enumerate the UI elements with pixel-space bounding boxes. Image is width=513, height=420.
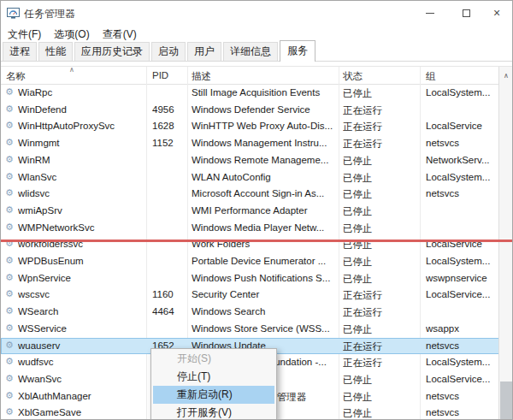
- service-pid: 1160: [152, 289, 185, 299]
- service-name: wscsvc: [18, 289, 144, 299]
- title-bar: 任务管理器 ×: [1, 1, 512, 27]
- tab-应用历史记录[interactable]: 应用历史记录: [74, 42, 150, 62]
- service-gear-icon: ⚙: [5, 204, 16, 216]
- task-manager-window: 任务管理器 × 文件(F)选项(O)查看(V) 进程性能应用历史记录启动用户详细…: [0, 0, 513, 420]
- service-name: WSearch: [18, 306, 144, 316]
- service-group: netsvcs: [426, 188, 498, 198]
- service-status: 已停止: [343, 87, 418, 100]
- service-status: 正在运行: [343, 121, 418, 133]
- close-icon: ×: [493, 7, 500, 19]
- context-menu-item: 开始(S): [153, 350, 274, 368]
- service-gear-icon: ⚙: [5, 373, 16, 384]
- column-header[interactable]: 状态: [343, 70, 363, 83]
- vertical-scrollbar[interactable]: ∧: [498, 67, 512, 419]
- task-manager-icon: [7, 7, 20, 20]
- column-header[interactable]: 描述: [192, 70, 211, 83]
- service-name: WSService: [18, 323, 144, 334]
- maximize-icon: [463, 9, 470, 17]
- column-header[interactable]: PID: [152, 70, 168, 80]
- service-gear-icon: ⚙: [5, 356, 16, 367]
- service-name: WMPNetworkSvc: [18, 222, 144, 233]
- service-description: Microsoft Account Sign-in As...: [192, 188, 337, 198]
- service-status: 已停止: [343, 222, 418, 235]
- service-gear-icon: ⚙: [5, 322, 16, 334]
- service-name: wlidsvc: [18, 188, 144, 198]
- service-status: 已停止: [343, 273, 418, 286]
- minimize-button[interactable]: [416, 1, 444, 25]
- service-name: WPDBusEnum: [18, 256, 144, 266]
- context-menu-item[interactable]: 打开服务(V): [153, 404, 274, 420]
- table-row[interactable]: ⚙WPDBusEnumPortable Device Enumerator ..…: [1, 253, 499, 270]
- service-gear-icon: ⚙: [5, 154, 16, 165]
- tab-启动[interactable]: 启动: [151, 42, 186, 62]
- context-menu-item[interactable]: 重新启动(R): [153, 386, 274, 404]
- service-status: 正在运行: [343, 357, 418, 370]
- scrollbar-thumb[interactable]: [500, 382, 512, 420]
- service-description: Windows Store Service (WSS...: [192, 323, 337, 334]
- service-group: netsvcs: [426, 138, 498, 148]
- red-annotation-line: [1, 240, 513, 242]
- service-gear-icon: ⚙: [5, 120, 16, 131]
- menu-bar: 文件(F)选项(O)查看(V): [1, 27, 512, 42]
- service-name: WpnService: [18, 273, 144, 283]
- service-group: LocalSystem...: [426, 256, 498, 266]
- service-name: Winmgmt: [18, 138, 144, 148]
- service-name: XblGameSave: [18, 407, 144, 417]
- table-row[interactable]: ⚙WiaRpcStill Image Acquisition Events已停止…: [1, 85, 499, 102]
- service-status: 已停止: [343, 407, 418, 420]
- table-row[interactable]: ⚙WSServiceWindows Store Service (WSS...已…: [1, 321, 499, 338]
- service-description: Windows Remote Manageme...: [192, 155, 337, 165]
- service-pid: 1628: [152, 121, 185, 131]
- tab-详细信息[interactable]: 详细信息: [223, 42, 278, 62]
- service-name: XblAuthManager: [18, 391, 144, 401]
- service-pid: 1152: [152, 138, 185, 148]
- table-row[interactable]: ⚙wmiApSrvWMI Performance Adapter已停止: [1, 203, 499, 220]
- service-description: Windows Management Instru...: [192, 138, 337, 148]
- column-header[interactable]: 组: [426, 70, 436, 83]
- table-row[interactable]: ⚙WinHttpAutoProxySvc1628WinHTTP Web Prox…: [1, 118, 499, 135]
- service-group: netsvcs: [426, 340, 498, 351]
- service-description: Security Center: [192, 289, 337, 299]
- tab-性能[interactable]: 性能: [38, 42, 73, 62]
- service-status: 已停止: [343, 188, 418, 201]
- context-menu-item[interactable]: 停止(T): [153, 368, 274, 386]
- table-row[interactable]: ⚙WinDefend4956Windows Defender Service正在…: [1, 102, 499, 119]
- table-row[interactable]: ⚙Winmgmt1152Windows Management Instru...…: [1, 135, 499, 152]
- service-group: LocalService...: [426, 289, 498, 299]
- scrollbar-up-icon[interactable]: ∧: [499, 68, 513, 82]
- service-pid: 4464: [152, 306, 185, 316]
- service-name: WiaRpc: [18, 87, 144, 98]
- service-group: LocalSystem...: [426, 87, 498, 98]
- tab-进程[interactable]: 进程: [3, 42, 37, 62]
- service-gear-icon: ⚙: [5, 171, 16, 182]
- table-row[interactable]: ⚙WMPNetworkSvcWindows Media Player Netw.…: [1, 220, 499, 237]
- service-gear-icon: ⚙: [5, 222, 16, 233]
- menu-item[interactable]: 查看(V): [97, 27, 143, 43]
- service-gear-icon: ⚙: [5, 288, 16, 299]
- close-button[interactable]: ×: [483, 1, 510, 25]
- table-row[interactable]: ⚙WpnServiceWindows Push Notifications S.…: [1, 270, 499, 287]
- service-description: Windows Media Player Netw...: [192, 222, 337, 233]
- service-description: WMI Performance Adapter: [192, 205, 337, 216]
- tab-用户[interactable]: 用户: [187, 42, 221, 62]
- table-row[interactable]: ⚙wscsvc1160Security Center正在运行LocalServi…: [1, 287, 499, 304]
- table-row[interactable]: ⚙WinRMWindows Remote Manageme...已停止Netwo…: [1, 152, 499, 169]
- service-status: 已停止: [343, 391, 418, 404]
- table-row[interactable]: ⚙WlanSvcWLAN AutoConfig已停止LocalSystem...: [1, 169, 499, 186]
- service-gear-icon: ⚙: [5, 272, 16, 283]
- maximize-button[interactable]: [452, 1, 480, 25]
- service-description: Windows Search: [192, 306, 337, 316]
- menu-item[interactable]: 文件(F): [2, 27, 47, 43]
- table-row[interactable]: ⚙WSearch4464Windows Search正在运行: [1, 304, 499, 321]
- service-group: LocalService...: [426, 374, 498, 384]
- service-group: netsvcs: [426, 407, 498, 417]
- tab-服务[interactable]: 服务: [280, 40, 315, 62]
- menu-item[interactable]: 选项(O): [48, 27, 95, 43]
- service-group: wsappx: [426, 323, 498, 334]
- service-pid: 4956: [152, 104, 185, 115]
- service-status: 正在运行: [343, 138, 418, 151]
- column-header[interactable]: 名称: [6, 70, 26, 83]
- service-gear-icon: ⚙: [5, 390, 16, 401]
- table-row[interactable]: ⚙wlidsvcMicrosoft Account Sign-in As...已…: [1, 186, 499, 203]
- service-group: NetworkServ...: [426, 155, 498, 165]
